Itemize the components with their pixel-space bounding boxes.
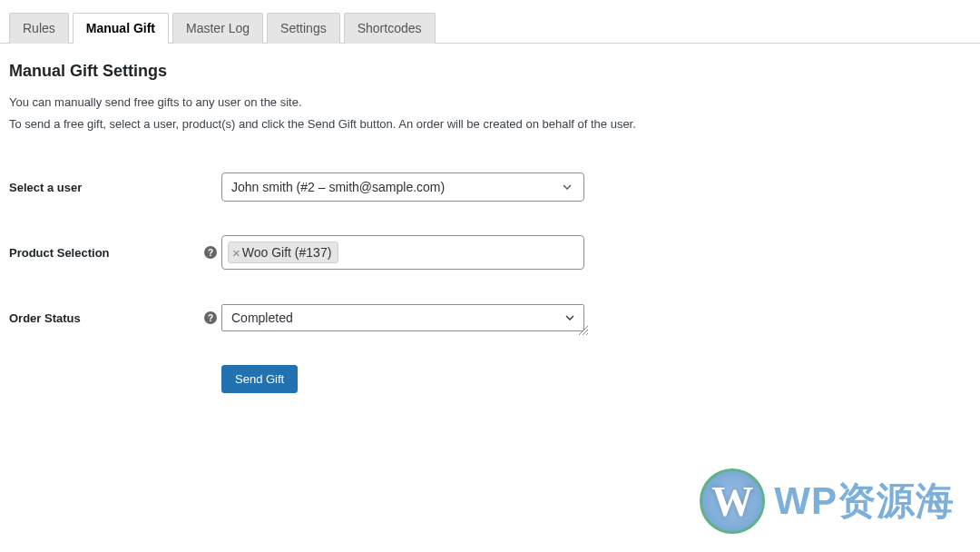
label-select-user: Select a user	[9, 181, 200, 194]
help-icon[interactable]: ?	[204, 311, 217, 324]
submit-row: Send Gift	[0, 356, 980, 393]
help-icon[interactable]: ?	[204, 246, 217, 259]
row-product-selection: Product Selection ? × Woo Gift (#137)	[0, 225, 980, 280]
product-token: × Woo Gift (#137)	[228, 242, 338, 263]
send-gift-button[interactable]: Send Gift	[221, 365, 298, 393]
watermark: W WP资源海	[700, 468, 955, 534]
wp-logo-icon: W	[700, 468, 765, 534]
description-line-1: You can manually send free gifts to any …	[9, 94, 971, 112]
tab-manual-gift[interactable]: Manual Gift	[73, 13, 169, 44]
watermark-text: WP资源海	[774, 476, 955, 527]
user-select[interactable]: John smith (#2 – smith@sample.com)	[221, 172, 584, 202]
tab-bar: Rules Manual Gift Master Log Settings Sh…	[0, 0, 980, 44]
page-title: Manual Gift Settings	[9, 62, 971, 81]
label-order-status: Order Status	[9, 311, 200, 325]
product-token-label: Woo Gift (#137)	[242, 245, 332, 260]
row-order-status: Order Status ? Completed	[0, 291, 980, 345]
description-line-2: To send a free gift, select a user, prod…	[9, 115, 971, 133]
tab-settings[interactable]: Settings	[267, 13, 340, 44]
wp-logo-letter: W	[711, 478, 753, 526]
chevron-down-icon	[560, 180, 574, 194]
tab-master-log[interactable]: Master Log	[172, 13, 263, 44]
tab-shortcodes[interactable]: Shortcodes	[344, 13, 436, 44]
order-status-select[interactable]: Completed	[221, 304, 584, 331]
remove-token-icon[interactable]: ×	[232, 246, 240, 260]
user-select-value: John smith (#2 – smith@sample.com)	[231, 180, 445, 194]
tab-rules[interactable]: Rules	[9, 13, 69, 44]
form: Select a user John smith (#2 – smith@sam…	[0, 160, 980, 393]
product-input[interactable]: × Woo Gift (#137)	[221, 235, 584, 270]
row-select-user: Select a user John smith (#2 – smith@sam…	[0, 160, 980, 214]
order-status-value: Completed	[231, 310, 293, 325]
label-product-selection: Product Selection	[9, 246, 200, 260]
